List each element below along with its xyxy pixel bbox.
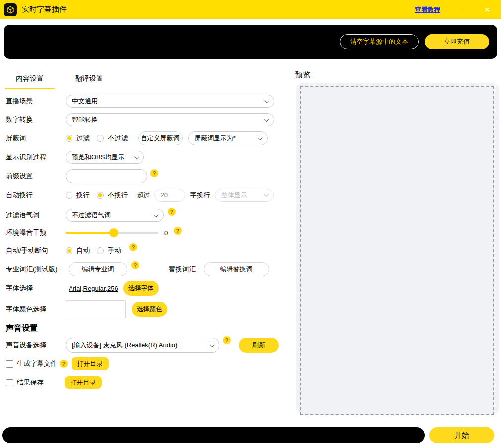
- app-title: 实时字幕插件: [22, 5, 67, 14]
- row-subtitle-file: 生成字幕文件 ? 打开目录: [6, 357, 109, 370]
- filler-words-select[interactable]: 不过滤语气词: [66, 209, 164, 222]
- field-label: 环境噪音干预: [6, 228, 66, 237]
- preview-title: 预览: [295, 70, 310, 80]
- subtitle-file-checkbox[interactable]: [6, 360, 13, 368]
- row-result-save: 结果保存 打开目录: [6, 376, 102, 389]
- chevron-down-icon: [264, 117, 269, 122]
- wrap-radio[interactable]: [66, 192, 72, 199]
- replace-vocab-label: 替换词汇: [169, 265, 196, 274]
- tab-content-settings[interactable]: 内容设置: [0, 71, 60, 89]
- wrap-chars-input[interactable]: [154, 189, 185, 202]
- recharge-button[interactable]: 立即充值: [425, 34, 489, 49]
- slider-thumb[interactable]: [109, 228, 118, 237]
- choose-font-button[interactable]: 选择字体: [123, 281, 159, 296]
- row-sound-device: 声音设备选择 [输入设备] 麦克风 (Realtek(R) Audio) ? 刷…: [6, 336, 279, 354]
- row-prefix: 前缀设置 ?: [6, 169, 158, 183]
- chevron-down-icon: [257, 135, 262, 140]
- help-icon[interactable]: ?: [150, 169, 158, 177]
- custom-blocked-words-button[interactable]: 自定义屏蔽词: [138, 131, 183, 145]
- field-label: 前缀设置: [6, 172, 66, 181]
- radio-label[interactable]: 过滤: [76, 134, 90, 143]
- start-button[interactable]: 开始: [429, 427, 494, 443]
- auto-break-radio[interactable]: [66, 247, 72, 254]
- help-icon[interactable]: ?: [131, 261, 139, 269]
- field-label: 显示识别过程: [6, 153, 66, 162]
- radio-label[interactable]: 不过滤: [108, 134, 128, 143]
- no-filter-radio[interactable]: [97, 135, 104, 142]
- slider-fill: [66, 232, 113, 234]
- radio-label[interactable]: 不换行: [108, 191, 128, 200]
- radio-label[interactable]: 换行: [76, 191, 90, 200]
- select-value: 中文通用: [72, 97, 98, 106]
- field-label: 专业词汇(测试版): [6, 265, 69, 274]
- row-number-convert: 数字转换 智能转换: [6, 113, 274, 126]
- edit-pro-vocab-button[interactable]: 编辑专业词: [69, 262, 127, 276]
- sound-settings-heading: 声音设置: [6, 323, 38, 334]
- current-font-link[interactable]: Arial,Regular,256: [69, 285, 118, 292]
- row-blocked-words: 屏蔽词 过滤 不过滤 自定义屏蔽词 屏蔽词显示为*: [6, 131, 268, 145]
- help-icon[interactable]: ?: [60, 360, 68, 368]
- refresh-button[interactable]: 刷新: [239, 338, 279, 353]
- result-save-checkbox[interactable]: [6, 379, 13, 386]
- open-directory-button[interactable]: 打开目录: [65, 376, 102, 389]
- live-scene-select[interactable]: 中文通用: [66, 95, 274, 108]
- sound-device-select[interactable]: [输入设备] 麦克风 (Realtek(R) Audio): [66, 338, 219, 353]
- checkbox-label[interactable]: 结果保存: [17, 378, 44, 387]
- footer-divider: [0, 422, 501, 422]
- chevron-down-icon: [134, 154, 139, 159]
- subtitle-output-bar[interactable]: [2, 427, 425, 443]
- radio-label[interactable]: 自动: [76, 246, 90, 255]
- row-live-scene: 直播场景 中文通用: [6, 95, 274, 108]
- help-icon[interactable]: ?: [129, 243, 137, 251]
- radio-label[interactable]: 手动: [108, 246, 121, 255]
- settings-tabs: 内容设置 翻译设置: [0, 71, 119, 89]
- manual-break-radio[interactable]: [97, 247, 104, 254]
- field-label: 字体颜色选择: [6, 305, 66, 314]
- tutorial-link[interactable]: 查看教程: [415, 5, 440, 14]
- wrap-display-mode-select[interactable]: 整体显示: [215, 189, 274, 202]
- chevron-down-icon: [264, 192, 269, 197]
- font-color-input[interactable]: [66, 300, 126, 318]
- preview-panel: [300, 86, 494, 415]
- show-recognition-select[interactable]: 预览和OBS均显示: [66, 151, 144, 164]
- select-value: 不过滤语气词: [72, 211, 111, 220]
- help-icon[interactable]: ?: [223, 336, 231, 344]
- clear-subtitle-source-button[interactable]: 清空字幕源中的文本: [340, 34, 419, 49]
- field-label: 数字转换: [6, 115, 66, 124]
- select-value: 预览和OBS均显示: [72, 153, 124, 162]
- row-sentence-break: 自动/手动断句 自动 手动 ?: [6, 243, 137, 258]
- help-icon[interactable]: ?: [168, 208, 176, 216]
- tab-label: 翻译设置: [75, 74, 103, 82]
- field-label: 直播场景: [6, 97, 66, 106]
- row-auto-wrap: 自动换行 换行 不换行 超过 字换行 整体显示: [6, 189, 274, 202]
- no-wrap-radio[interactable]: [97, 192, 104, 199]
- open-directory-button[interactable]: 打开目录: [72, 357, 109, 370]
- field-label: 声音设备选择: [6, 341, 66, 350]
- choose-color-button[interactable]: 选择颜色: [132, 302, 167, 317]
- minimize-icon[interactable]: ─: [458, 5, 470, 14]
- wrap-suffix-label: 字换行: [190, 191, 211, 200]
- select-value: 整体显示: [221, 191, 247, 200]
- field-label: 屏蔽词: [6, 134, 66, 143]
- exceed-label: 超过: [137, 191, 150, 200]
- number-convert-select[interactable]: 智能转换: [66, 113, 274, 126]
- field-label: 过滤语气词: [6, 211, 66, 220]
- edit-replace-vocab-button[interactable]: 编辑替换词: [204, 262, 269, 276]
- app-window: 实时字幕插件 查看教程 ─ ✕ 清空字幕源中的文本 立即充值 内容设置 翻译设置…: [0, 0, 501, 448]
- checkbox-label[interactable]: 生成字幕文件: [17, 359, 57, 368]
- noise-value: 0: [164, 229, 168, 237]
- filter-radio[interactable]: [66, 135, 72, 142]
- noise-slider[interactable]: [66, 229, 158, 237]
- row-font-select: 字体选择 Arial,Regular,256 选择字体: [6, 281, 159, 296]
- row-pro-vocab: 专业词汇(测试版) 编辑专业词 ? 替换词汇 编辑替换词: [6, 261, 269, 277]
- close-icon[interactable]: ✕: [481, 5, 493, 14]
- chevron-down-icon: [154, 212, 159, 217]
- field-label: 自动换行: [6, 191, 66, 200]
- help-icon[interactable]: ?: [174, 227, 182, 235]
- top-banner: 清空字幕源中的文本 立即充值: [4, 25, 497, 59]
- prefix-input[interactable]: [66, 169, 147, 183]
- blocked-words-display-select[interactable]: 屏蔽词显示为*: [188, 131, 268, 145]
- tab-translation-settings[interactable]: 翻译设置: [60, 71, 119, 89]
- chevron-down-icon: [210, 342, 215, 347]
- row-font-color: 字体颜色选择 选择颜色: [6, 300, 167, 318]
